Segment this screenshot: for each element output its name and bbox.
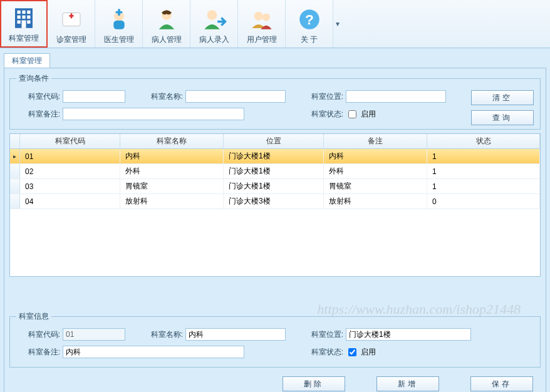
query-status-label: 科室状态: xyxy=(306,109,343,120)
toolbar-item-entry[interactable]: 病人录入 xyxy=(190,0,238,48)
cell-code: 02 xyxy=(20,164,120,178)
table-row[interactable]: 04放射科门诊大楼3楼放射科0 xyxy=(10,194,540,209)
svg-rect-9 xyxy=(22,21,26,28)
query-code-input[interactable] xyxy=(63,90,125,103)
cell-status: 1 xyxy=(427,179,540,193)
patient-icon xyxy=(152,6,182,33)
tab-strip: 科室管理 xyxy=(0,48,550,68)
toolbar-item-building[interactable]: 科室管理 xyxy=(0,0,48,48)
toolbar-label: 病人管理 xyxy=(152,34,182,45)
delete-button[interactable]: 删除 xyxy=(283,376,345,391)
table-row[interactable]: 02外科门诊大楼1楼外科1 xyxy=(10,164,540,179)
save-button[interactable]: 保存 xyxy=(470,376,533,391)
svg-rect-1 xyxy=(18,11,21,14)
info-code-input xyxy=(63,328,125,341)
query-group: 查询条件 科室代码: 科室名称: 科室位置: 科室备注: 科室状态: xyxy=(9,73,541,130)
toolbar-label: 诊室管理 xyxy=(56,34,86,45)
svg-rect-6 xyxy=(27,16,30,19)
building-icon xyxy=(9,4,39,32)
add-button[interactable]: 新增 xyxy=(376,376,439,391)
query-code-label: 科室代码: xyxy=(16,91,60,102)
cell-name: 放射科 xyxy=(120,194,224,209)
cell-note: 内科 xyxy=(324,149,427,163)
users-icon xyxy=(247,6,277,33)
info-code-label: 科室代码: xyxy=(16,329,60,340)
toolbar-label: 科室管理 xyxy=(9,33,39,44)
toolbar-item-help[interactable]: ?关 于 xyxy=(286,0,333,48)
table-row[interactable]: ▸01内科门诊大楼1楼内科1 xyxy=(10,149,540,164)
toolbar-overflow[interactable]: ▾ xyxy=(333,0,342,48)
entry-icon xyxy=(199,6,229,33)
info-group: 科室信息 科室代码: 科室名称: 科室位置: 科室备注: 科室状态: 启用 xyxy=(9,311,541,368)
table-row[interactable]: 03胃镜室门诊大楼1楼胃镜室1 xyxy=(10,179,540,194)
toolbar-item-patient[interactable]: 病人管理 xyxy=(143,0,190,48)
info-name-input[interactable] xyxy=(185,328,286,341)
cell-name: 胃镜室 xyxy=(120,179,224,193)
cell-name: 外科 xyxy=(120,164,224,178)
header-loc[interactable]: 位置 xyxy=(224,134,324,148)
cell-status: 1 xyxy=(427,149,540,163)
query-enable-text: 启用 xyxy=(361,109,376,120)
cell-status: 1 xyxy=(427,164,540,178)
info-note-input[interactable] xyxy=(63,346,244,358)
toolbar-container: 科室管理诊室管理医生管理病人管理病人录入用户管理?关 于▾ xyxy=(0,0,550,48)
row-indicator xyxy=(10,179,20,193)
action-buttons: 删除 新增 保存 xyxy=(283,376,533,391)
info-enable-checkbox[interactable] xyxy=(348,348,356,356)
svg-rect-7 xyxy=(18,21,21,24)
cell-code: 03 xyxy=(20,179,120,193)
toolbar-label: 病人录入 xyxy=(199,34,229,45)
query-loc-input[interactable] xyxy=(346,90,446,103)
svg-point-20 xyxy=(254,12,262,21)
svg-rect-5 xyxy=(22,16,25,19)
cell-loc: 门诊大楼3楼 xyxy=(224,194,324,209)
info-status-label: 科室状态: xyxy=(306,347,343,358)
svg-rect-3 xyxy=(27,11,30,14)
header-code[interactable]: 科室代码 xyxy=(20,134,120,148)
svg-rect-14 xyxy=(113,21,125,29)
svg-point-19 xyxy=(207,10,217,20)
query-note-input[interactable] xyxy=(63,108,244,120)
cell-note: 胃镜室 xyxy=(324,179,427,193)
cell-loc: 门诊大楼1楼 xyxy=(224,179,324,193)
row-indicator: ▸ xyxy=(10,149,20,163)
svg-rect-4 xyxy=(18,16,21,19)
info-name-label: 科室名称: xyxy=(145,329,183,340)
cell-code: 04 xyxy=(20,194,120,209)
svg-rect-8 xyxy=(27,21,30,24)
svg-text:?: ? xyxy=(305,11,314,28)
clinic-icon xyxy=(56,6,86,33)
query-loc-label: 科室位置: xyxy=(306,91,343,102)
info-note-label: 科室备注: xyxy=(16,347,60,358)
query-legend: 查询条件 xyxy=(16,73,51,84)
tab-department[interactable]: 科室管理 xyxy=(4,53,50,68)
query-note-label: 科室备注: xyxy=(16,109,60,120)
cell-loc: 门诊大楼1楼 xyxy=(224,164,324,178)
header-name[interactable]: 科室名称 xyxy=(120,134,224,148)
cell-loc: 门诊大楼1楼 xyxy=(224,149,324,163)
cell-code: 01 xyxy=(20,149,120,163)
svg-point-21 xyxy=(262,13,269,21)
query-enable-checkbox[interactable] xyxy=(348,110,356,118)
doctor-icon xyxy=(104,6,134,33)
clear-button[interactable]: 清空 xyxy=(471,90,534,105)
toolbar-item-doctor[interactable]: 医生管理 xyxy=(95,0,143,48)
info-legend: 科室信息 xyxy=(16,311,51,322)
query-name-input[interactable] xyxy=(185,90,286,103)
toolbar-item-users[interactable]: 用户管理 xyxy=(238,0,286,48)
query-name-label: 科室名称: xyxy=(145,91,183,102)
search-button[interactable]: 查询 xyxy=(471,110,534,125)
cell-name: 内科 xyxy=(120,149,224,163)
info-enable-text: 启用 xyxy=(361,347,376,358)
toolbar-item-clinic[interactable]: 诊室管理 xyxy=(48,0,95,48)
info-loc-label: 科室位置: xyxy=(306,329,343,340)
data-grid[interactable]: 科室代码 科室名称 位置 备注 状态 ▸01内科门诊大楼1楼内科102外科门诊大… xyxy=(9,133,541,277)
header-note[interactable]: 备注 xyxy=(324,134,427,148)
cell-note: 外科 xyxy=(324,164,427,178)
info-loc-input[interactable] xyxy=(346,328,471,341)
header-status[interactable]: 状态 xyxy=(427,134,540,148)
row-indicator xyxy=(10,194,20,209)
main-toolbar: 科室管理诊室管理医生管理病人管理病人录入用户管理?关 于▾ xyxy=(0,0,550,48)
svg-rect-12 xyxy=(70,13,72,18)
svg-rect-17 xyxy=(115,11,122,14)
